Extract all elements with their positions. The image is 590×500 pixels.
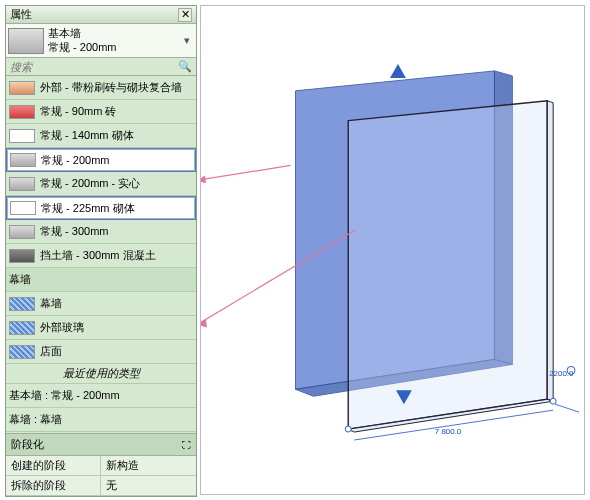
wall-swatch-icon: [10, 201, 36, 215]
wall-type-label: 常规 - 140mm 砌体: [40, 128, 134, 143]
phase-value: 新构造: [101, 456, 144, 475]
properties-panel: 属性 ✕ 基本墙 常规 - 200mm ▾ 🔍 外部 - 带粉刷砖与砌块复合墙常…: [5, 5, 197, 497]
wall-type-label: 常规 - 225mm 砌体: [41, 201, 135, 216]
close-icon[interactable]: ✕: [178, 8, 192, 22]
curtain-wall-3d[interactable]: [348, 101, 553, 432]
curtain-type-label: 店面: [40, 344, 62, 359]
panel-title-text: 属性: [10, 7, 32, 22]
model-viewport[interactable]: 7 800.0 2200.0: [200, 5, 585, 495]
wall-type-item[interactable]: 常规 - 90mm 砖: [6, 100, 196, 124]
search-input[interactable]: [10, 61, 178, 73]
phase-header[interactable]: 阶段化 ⛶: [6, 434, 196, 456]
wall-type-label: 常规 - 90mm 砖: [40, 104, 116, 119]
chevron-down-icon[interactable]: ▾: [180, 34, 194, 48]
wall-type-item[interactable]: 常规 - 300mm: [6, 220, 196, 244]
wall-swatch-icon: [9, 129, 35, 143]
wall-type-label: 外部 - 带粉刷砖与砌块复合墙: [40, 80, 182, 95]
wall-type-item[interactable]: 常规 - 225mm 砌体: [6, 196, 196, 220]
expand-icon: ⛶: [182, 440, 191, 450]
wall-type-label: 常规 - 200mm: [41, 153, 109, 168]
recent-type-item[interactable]: 幕墙 : 幕墙: [6, 408, 196, 432]
grip-icon[interactable]: [345, 426, 351, 432]
svg-line-8: [201, 165, 291, 180]
svg-line-7: [555, 404, 579, 412]
recent-type-label: 基本墙 : 常规 - 200mm: [9, 388, 120, 403]
svg-marker-9: [201, 175, 206, 183]
wall-type-item[interactable]: 挡土墙 - 300mm 混凝土: [6, 244, 196, 268]
type-info: 基本墙 常规 - 200mm: [48, 27, 176, 53]
wall-type-item[interactable]: 常规 - 140mm 砌体: [6, 124, 196, 148]
type-swatch-icon: [8, 28, 44, 54]
svg-marker-3: [348, 101, 547, 429]
phase-label: 创建的阶段: [6, 456, 101, 475]
panel-titlebar: 属性 ✕: [6, 6, 196, 24]
curtain-swatch-icon: [9, 297, 35, 311]
curtain-type-list: 幕墙外部玻璃店面: [6, 292, 196, 364]
curtain-type-item[interactable]: 店面: [6, 340, 196, 364]
recent-types-header: 最近使用的类型: [6, 364, 196, 384]
curtain-type-label: 幕墙: [40, 296, 62, 311]
curtain-swatch-icon: [9, 321, 35, 335]
svg-marker-11: [201, 319, 207, 328]
svg-marker-4: [547, 101, 553, 401]
drag-handle-top-icon[interactable]: [390, 64, 406, 78]
type-selector[interactable]: 基本墙 常规 - 200mm ▾: [6, 24, 196, 58]
curtain-swatch-icon: [9, 345, 35, 359]
wall-type-item[interactable]: 外部 - 带粉刷砖与砌块复合墙: [6, 76, 196, 100]
phase-header-label: 阶段化: [11, 437, 44, 452]
wall-swatch-icon: [10, 153, 36, 167]
wall-swatch-icon: [9, 177, 35, 191]
wall-type-item[interactable]: 常规 - 200mm - 实心: [6, 172, 196, 196]
wall-swatch-icon: [9, 105, 35, 119]
phase-row[interactable]: 创建的阶段新构造: [6, 456, 196, 476]
wall-swatch-icon: [9, 81, 35, 95]
phase-row[interactable]: 拆除的阶段无: [6, 476, 196, 496]
type-variant: 常规 - 200mm: [48, 41, 176, 54]
curtain-header-label: 幕墙: [9, 272, 31, 287]
curtain-type-item[interactable]: 外部玻璃: [6, 316, 196, 340]
phase-label: 拆除的阶段: [6, 476, 101, 495]
curtain-wall-header: 幕墙: [6, 268, 196, 292]
grip-icon[interactable]: [550, 398, 556, 404]
recent-type-item[interactable]: 基本墙 : 常规 - 200mm: [6, 384, 196, 408]
dim-depth[interactable]: 2200.0: [549, 369, 574, 378]
search-icon[interactable]: 🔍: [178, 60, 192, 73]
curtain-type-label: 外部玻璃: [40, 320, 84, 335]
recent-type-label: 幕墙 : 幕墙: [9, 412, 62, 427]
phase-group: 阶段化 ⛶ 创建的阶段新构造拆除的阶段无: [6, 433, 196, 496]
dim-width[interactable]: 7 800.0: [435, 427, 462, 436]
wall-swatch-icon: [9, 249, 35, 263]
wall-type-list: 外部 - 带粉刷砖与砌块复合墙常规 - 90mm 砖常规 - 140mm 砌体常…: [6, 76, 196, 268]
wall-swatch-icon: [9, 225, 35, 239]
wall-type-label: 常规 - 200mm - 实心: [40, 176, 140, 191]
wall-type-label: 挡土墙 - 300mm 混凝土: [40, 248, 156, 263]
search-row: 🔍: [6, 58, 196, 76]
wall-type-label: 常规 - 300mm: [40, 224, 108, 239]
recent-type-list: 基本墙 : 常规 - 200mm幕墙 : 幕墙: [6, 384, 196, 432]
phase-value: 无: [101, 476, 122, 495]
wall-type-item[interactable]: 常规 - 200mm: [6, 148, 196, 172]
type-family: 基本墙: [48, 27, 176, 40]
curtain-type-item[interactable]: 幕墙: [6, 292, 196, 316]
